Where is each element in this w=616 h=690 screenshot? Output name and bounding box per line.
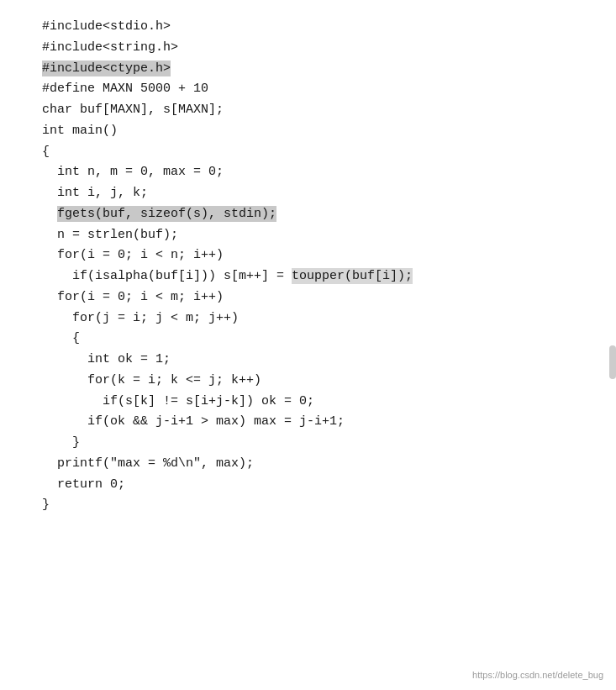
code-line-17: int ok = 1; — [42, 350, 591, 371]
code-line-21: } — [42, 433, 591, 454]
code-line-11: n = strlen(buf); — [42, 225, 591, 246]
code-line-14: for(i = 0; i < m; i++) — [42, 287, 591, 308]
code-line-7: { — [42, 142, 591, 163]
code-line-24: } — [42, 495, 591, 516]
code-line-13: if(isalpha(buf[i])) s[m++] = toupper(buf… — [42, 266, 591, 287]
scrollbar[interactable] — [609, 345, 616, 379]
highlight-include-ctype: #include<ctype.h> — [42, 61, 171, 76]
code-line-20: if(ok && j-i+1 > max) max = j-i+1; — [42, 412, 591, 433]
highlight-fgets: fgets(buf, sizeof(s), stdin); — [57, 206, 276, 222]
code-line-18: for(k = i; k <= j; k++) — [42, 371, 591, 392]
code-line-22: printf("max = %d\n", max); — [42, 454, 591, 475]
code-line-6: int main() — [42, 121, 591, 142]
watermark: https://blog.csdn.net/delete_bug — [472, 670, 603, 680]
code-line-8: int n, m = 0, max = 0; — [42, 162, 591, 183]
code-line-2: #include<string.h> — [42, 38, 591, 59]
highlight-toupper: toupper(buf[i]); — [292, 268, 413, 284]
code-line-3: #include<ctype.h> — [42, 59, 591, 80]
code-line-15: for(j = i; j < m; j++) — [42, 308, 591, 329]
code-line-23: return 0; — [42, 475, 591, 496]
code-line-5: char buf[MAXN], s[MAXN]; — [42, 100, 591, 121]
code-line-16: { — [42, 329, 591, 350]
code-line-4: #define MAXN 5000 + 10 — [42, 79, 591, 100]
code-line-19: if(s[k] != s[i+j-k]) ok = 0; — [42, 392, 591, 413]
code-line-1: #include<stdio.h> — [42, 17, 591, 38]
code-line-10: fgets(buf, sizeof(s), stdin); — [42, 204, 591, 225]
code-container: #include<stdio.h> #include<string.h> #in… — [0, 0, 616, 690]
code-line-12: for(i = 0; i < n; i++) — [42, 245, 591, 266]
code-line-9: int i, j, k; — [42, 183, 591, 204]
